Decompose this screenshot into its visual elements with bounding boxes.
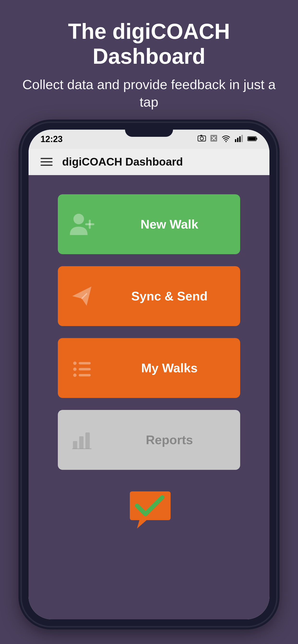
svg-rect-10 [241, 135, 243, 142]
svg-rect-25 [85, 432, 90, 449]
add-person-icon [58, 212, 106, 236]
page-background: The digiCOACH Dashboard Collect data and… [0, 0, 298, 644]
sync-send-label: Sync & Send [106, 289, 240, 303]
my-walks-label: My Walks [106, 361, 240, 375]
svg-rect-23 [73, 441, 77, 449]
list-icon [58, 357, 106, 379]
svg-point-6 [226, 141, 227, 142]
svg-point-17 [73, 362, 77, 365]
sync-send-button[interactable]: Sync & Send [58, 266, 240, 326]
svg-rect-2 [200, 135, 202, 136]
photo-icon [198, 134, 206, 144]
status-icons [198, 134, 257, 144]
battery-icon [247, 135, 257, 143]
dashboard-content: New Walk Sync & Send [29, 175, 269, 619]
svg-rect-22 [79, 374, 91, 376]
reports-button[interactable]: Reports [58, 410, 240, 470]
my-walks-button[interactable]: My Walks [58, 338, 240, 398]
wifi-icon [221, 134, 231, 144]
app-bar: digiCOACH Dashboard [29, 149, 269, 175]
new-walk-button[interactable]: New Walk [58, 194, 240, 254]
hamburger-menu-icon[interactable] [41, 158, 53, 166]
close-status-icon [210, 134, 218, 144]
svg-rect-20 [79, 368, 91, 370]
phone-notch [125, 130, 173, 137]
app-bar-title: digiCOACH Dashboard [62, 155, 183, 168]
svg-point-14 [73, 214, 84, 224]
svg-point-1 [200, 137, 203, 140]
phone-screen: 12:23 [29, 130, 269, 619]
svg-rect-13 [248, 137, 256, 140]
page-title: The digiCOACH Dashboard [14, 19, 284, 69]
reports-label: Reports [106, 433, 240, 447]
paper-plane-icon [58, 284, 106, 308]
svg-rect-9 [239, 136, 241, 142]
svg-rect-24 [79, 436, 83, 449]
new-walk-label: New Walk [106, 217, 240, 232]
phone-frame: 12:23 [22, 123, 276, 626]
app-logo [125, 486, 173, 534]
page-subtitle: Collect data and provide feedback in jus… [14, 76, 284, 111]
svg-point-21 [73, 374, 77, 377]
signal-icon [234, 134, 244, 144]
svg-point-19 [73, 368, 77, 371]
svg-rect-12 [256, 138, 257, 140]
svg-rect-7 [235, 139, 236, 142]
svg-rect-18 [79, 362, 91, 364]
status-time: 12:23 [41, 134, 63, 144]
svg-rect-8 [237, 138, 238, 142]
bar-chart-icon [58, 429, 106, 451]
page-header: The digiCOACH Dashboard Collect data and… [0, 0, 298, 120]
